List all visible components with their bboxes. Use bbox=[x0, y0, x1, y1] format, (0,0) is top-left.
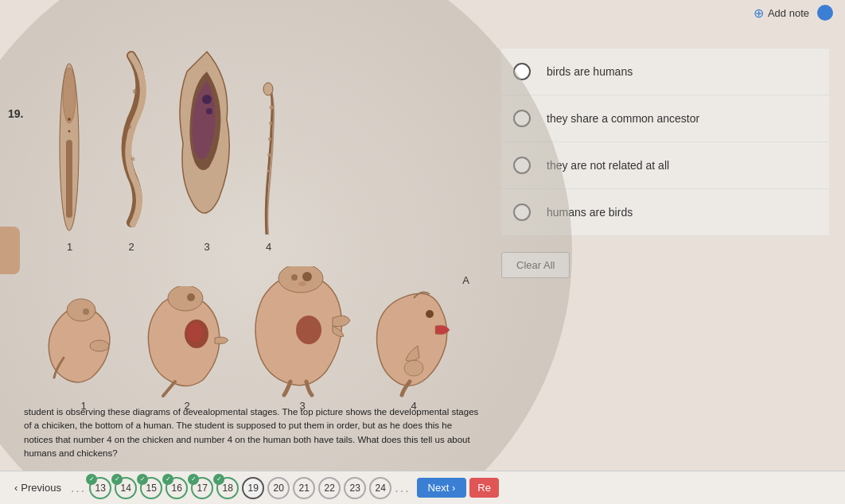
svg-point-23 bbox=[278, 266, 323, 293]
nav-num-14[interactable]: ✓ 14 bbox=[115, 477, 137, 499]
chicken-embryo-4: 4 bbox=[251, 79, 286, 238]
chevron-right-icon: › bbox=[452, 482, 455, 494]
next-button[interactable]: Next › bbox=[417, 478, 467, 498]
question-text: student is observing these diagrams of d… bbox=[24, 405, 481, 460]
question-description: student is observing these diagrams of d… bbox=[24, 407, 478, 458]
nav-num-23[interactable]: 23 bbox=[344, 477, 366, 499]
nav-label-20: 20 bbox=[274, 483, 284, 494]
bottom-nav: ‹ Previous ... ✓ 13 ✓ 14 ✓ 15 ✓ 16 ✓ 17 … bbox=[0, 471, 845, 504]
check-icon-16: ✓ bbox=[162, 474, 173, 485]
nav-label-15: 15 bbox=[146, 483, 157, 494]
previous-label: Previous bbox=[21, 482, 61, 494]
nav-label-24: 24 bbox=[376, 483, 386, 494]
top-bar: ⊕ Add note bbox=[742, 0, 845, 25]
embryo-num-2: 2 bbox=[128, 241, 134, 253]
previous-button[interactable]: ‹ Previous bbox=[8, 479, 68, 497]
answer-option-b[interactable]: they share a common ancestor bbox=[501, 95, 829, 142]
svg-point-24 bbox=[302, 272, 312, 281]
nav-num-19[interactable]: 19 bbox=[242, 477, 264, 499]
answer-option-a[interactable]: birds are humans bbox=[501, 48, 829, 95]
left-panel: 19. 1 bbox=[0, 0, 485, 504]
human-embryo-2: 2 bbox=[139, 286, 235, 397]
next-label: Next bbox=[428, 482, 450, 494]
chicken-embryo-2: 2 bbox=[99, 48, 163, 238]
nav-num-17[interactable]: ✓ 17 bbox=[191, 477, 213, 499]
answer-text-c: they are not related at all bbox=[547, 159, 669, 172]
svg-point-13 bbox=[268, 138, 271, 141]
check-icon-17: ✓ bbox=[188, 474, 199, 485]
nav-label-16: 16 bbox=[172, 483, 182, 494]
nav-num-15[interactable]: ✓ 15 bbox=[140, 477, 162, 499]
re-label: Re bbox=[477, 482, 491, 494]
nav-label-19: 19 bbox=[248, 483, 259, 494]
check-icon-14: ✓ bbox=[111, 474, 123, 485]
chicken-embryo-row: 1 2 bbox=[48, 16, 477, 238]
svg-point-12 bbox=[269, 122, 272, 125]
svg-point-28 bbox=[426, 310, 434, 318]
chicken-embryo-1: 1 bbox=[48, 56, 92, 238]
svg-point-14 bbox=[267, 153, 271, 157]
svg-point-7 bbox=[131, 157, 135, 161]
nav-dots-right: ... bbox=[395, 481, 410, 495]
check-icon-15: ✓ bbox=[137, 474, 148, 485]
nav-num-22[interactable]: 22 bbox=[318, 477, 341, 499]
human-embryo-3: 3 bbox=[247, 266, 358, 397]
svg-point-20 bbox=[187, 293, 195, 301]
nav-num-16[interactable]: ✓ 16 bbox=[165, 477, 188, 499]
nav-num-13[interactable]: ✓ 13 bbox=[89, 477, 111, 499]
question-number: 19. bbox=[8, 107, 23, 120]
circle-icon bbox=[817, 5, 833, 21]
nav-num-20[interactable]: 20 bbox=[267, 477, 290, 499]
nav-label-14: 14 bbox=[121, 483, 131, 494]
nav-label-18: 18 bbox=[223, 483, 233, 494]
svg-point-19 bbox=[168, 286, 203, 311]
nav-label-22: 22 bbox=[325, 483, 335, 494]
svg-point-3 bbox=[68, 130, 71, 133]
chevron-left-icon: ‹ bbox=[14, 482, 18, 494]
svg-point-15 bbox=[267, 170, 270, 173]
nav-label-21: 21 bbox=[299, 483, 310, 494]
embryo-num-1: 1 bbox=[67, 241, 72, 253]
label-a: A bbox=[462, 274, 469, 286]
nav-dots-left: ... bbox=[71, 481, 86, 495]
chicken-embryo-3: 3 bbox=[171, 40, 243, 238]
nav-label-17: 17 bbox=[197, 483, 208, 494]
answer-text-b: they share a common ancestor bbox=[547, 112, 699, 125]
plus-icon: ⊕ bbox=[753, 6, 764, 21]
svg-point-6 bbox=[128, 126, 131, 129]
nav-num-21[interactable]: 21 bbox=[293, 477, 315, 499]
svg-point-26 bbox=[298, 281, 306, 286]
svg-point-29 bbox=[404, 360, 423, 376]
svg-point-25 bbox=[291, 274, 298, 281]
human-embryo-row: 1 2 bbox=[40, 266, 477, 397]
add-note-label: Add note bbox=[768, 7, 809, 19]
check-icon-13: ✓ bbox=[86, 474, 97, 485]
add-note-button[interactable]: ⊕ Add note bbox=[753, 6, 809, 21]
hand-indicator bbox=[0, 227, 20, 274]
embryo-num-3: 3 bbox=[204, 241, 209, 253]
svg-point-17 bbox=[83, 308, 89, 315]
svg-point-2 bbox=[68, 118, 71, 121]
human-embryo-4: 4 A bbox=[370, 282, 458, 397]
nav-label-13: 13 bbox=[95, 483, 106, 494]
re-button[interactable]: Re bbox=[469, 478, 499, 498]
nav-label-23: 23 bbox=[350, 483, 360, 494]
nav-num-24[interactable]: 24 bbox=[369, 477, 391, 499]
svg-point-18 bbox=[90, 340, 109, 351]
svg-point-8 bbox=[202, 95, 212, 104]
svg-point-16 bbox=[67, 299, 95, 321]
nav-num-18[interactable]: ✓ 18 bbox=[216, 477, 239, 499]
svg-point-9 bbox=[206, 108, 212, 114]
human-embryo-1: 1 bbox=[40, 294, 127, 397]
svg-point-11 bbox=[270, 106, 274, 110]
svg-point-5 bbox=[133, 89, 138, 94]
svg-point-27 bbox=[296, 316, 321, 344]
svg-point-10 bbox=[263, 83, 273, 95]
svg-point-1 bbox=[63, 68, 76, 123]
embryo-num-4-top: 4 bbox=[266, 241, 271, 253]
answer-text-a: birds are humans bbox=[547, 65, 633, 78]
check-icon-18: ✓ bbox=[213, 474, 224, 485]
svg-point-22 bbox=[187, 323, 203, 342]
